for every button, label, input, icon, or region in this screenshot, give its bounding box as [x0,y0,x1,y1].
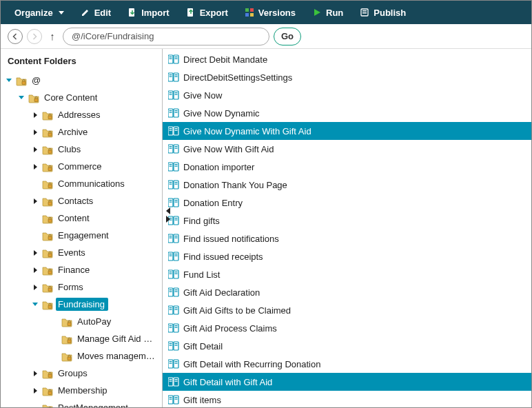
svg-rect-16 [250,8,254,12]
chevron-right-icon [34,388,37,394]
list-item[interactable]: Fund List [163,265,531,283]
export-button[interactable]: Export [181,5,234,21]
list-item[interactable]: Direct Debit Mandate [163,50,531,68]
folder-icon [59,334,75,345]
publish-button[interactable]: Publish [354,5,411,21]
tree-item[interactable]: Moves management [1,347,162,365]
tree-root[interactable]: @ [1,72,162,89]
forward-button[interactable] [27,29,42,44]
list-item[interactable]: DirectDebitSettingsSettings [163,68,531,86]
list-item[interactable]: Gift Aid Gifts to be Claimed [163,301,531,319]
versions-icon [245,8,254,17]
versions-button[interactable]: Versions [239,5,301,21]
chevron-down-icon [19,96,24,99]
page-icon [168,72,179,82]
run-button[interactable]: Run [307,5,349,21]
tree-item[interactable]: Manage Gift Aid Declarations [1,330,162,347]
page-icon [168,126,179,136]
list-item[interactable]: Find gifts [163,212,531,229]
chevron-right-icon [34,198,37,204]
chevron-right-icon [34,267,37,273]
tree-item[interactable]: Membership [1,382,162,399]
list-item[interactable]: Gift Detail with Gift Aid [163,373,531,391]
page-icon [168,54,179,64]
list-item[interactable]: Donation Entry [163,194,531,212]
back-button[interactable] [8,29,23,44]
path-input[interactable] [63,28,269,45]
pencil-icon [81,8,90,17]
page-icon [168,180,179,190]
folder-icon [39,265,56,276]
tree-item[interactable]: Clubs [1,141,162,158]
tree-item[interactable]: Communications [1,175,162,192]
list-item[interactable]: Give Now Dynamic With Gift Aid [163,122,531,140]
tree-item[interactable]: Archive [1,123,162,141]
folder-icon [39,368,56,379]
page-icon [168,108,179,118]
page-icon [168,90,179,100]
folder-icon [39,178,56,190]
list-item[interactable]: Gift Aid Declaration [163,283,531,301]
list-item[interactable]: Gift Detail [163,337,531,355]
organize-menu[interactable]: Organize [9,5,70,21]
folder-icon [39,161,56,172]
tree-core[interactable]: Core Content [1,89,162,106]
tree-item[interactable]: Addresses [1,106,162,123]
list-item[interactable]: Give Now [163,86,531,104]
folder-icon [39,230,56,241]
folder-icon [39,402,56,408]
tree-item[interactable]: Engagement [1,227,162,244]
toolbar: Organize Edit Import Export Versions Run… [1,1,531,24]
chevron-right-icon [34,112,37,118]
page-icon [168,395,179,405]
tree-item[interactable]: Forms [1,278,162,296]
svg-rect-21 [362,12,367,14]
svg-rect-14 [187,8,193,17]
collapse-right-icon [166,216,170,223]
chevron-right-icon [34,250,37,256]
page-icon [168,198,179,207]
collapse-left-icon [166,207,170,214]
edit-button[interactable]: Edit [75,5,117,21]
tree-item[interactable]: Commerce [1,158,162,175]
tree-item[interactable]: Finance [1,261,162,278]
folder-icon [39,247,56,258]
page-icon [168,377,179,387]
folder-icon [25,92,42,103]
splitter-handle[interactable] [166,207,170,223]
svg-rect-17 [245,13,249,17]
content-list: Direct Debit MandateDirectDebitSettingsS… [163,49,531,407]
svg-rect-20 [362,10,367,12]
go-button[interactable]: Go [274,28,301,45]
list-item[interactable]: Find issued receipts [163,247,531,265]
list-item[interactable]: Gift Aid Process Claims [163,319,531,337]
page-icon [168,162,179,172]
list-item[interactable]: Donation Thank You Page [163,176,531,194]
list-item[interactable]: Give Now With Gift Aid [163,140,531,158]
list-item[interactable]: Donation importer [163,158,531,176]
folder-icon [39,282,56,293]
play-icon [312,8,322,17]
tree-item[interactable]: Content [1,210,162,227]
chevron-right-icon [34,130,37,135]
tree-item[interactable]: Contacts [1,192,162,210]
import-icon [127,8,137,17]
tree-item[interactable]: PostManagement [1,399,162,407]
sidebar-header: Content Folders [1,53,162,72]
list-item[interactable]: Give Now Dynamic [163,104,531,122]
chevron-right-icon [34,147,37,152]
svg-rect-15 [245,8,249,12]
chevron-down-icon [32,303,38,306]
list-item[interactable]: Gift Detail with Recurring Donation [163,355,531,373]
tree-item[interactable]: AutoPay [1,313,162,330]
list-item[interactable]: Gift items [163,391,531,407]
page-icon [168,269,179,279]
folder-icon [59,351,75,362]
page-icon [168,144,179,154]
tree-item[interactable]: Events [1,244,162,261]
import-button[interactable]: Import [122,5,174,21]
tree-item[interactable]: Groups [1,365,162,382]
up-button[interactable]: ↑ [46,30,59,43]
list-item[interactable]: Find issued notifications [163,229,531,247]
tree-item[interactable]: Fundraising [1,296,162,313]
